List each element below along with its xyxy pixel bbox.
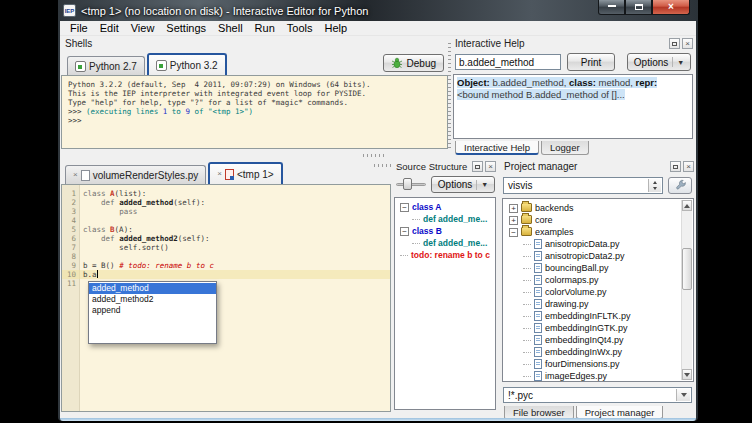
float-panel-icon[interactable]: [472, 161, 483, 172]
file-row[interactable]: embeddingInFLTK.py: [503, 310, 693, 322]
editor-splitter-handle[interactable]: [374, 164, 392, 167]
spinner-icon[interactable]: [648, 179, 661, 192]
source-structure-tree[interactable]: −class Adef added_me...−class Bdef added…: [394, 197, 496, 410]
help-options-label: Options: [634, 57, 668, 68]
tab-close-icon[interactable]: ×: [217, 170, 222, 178]
code-line[interactable]: 3 pass: [62, 207, 390, 216]
minimize-button[interactable]: [598, 0, 625, 15]
structure-item[interactable]: def added_me...: [395, 237, 495, 249]
editor-tab-volumerenderstyles-py[interactable]: ×volumeRenderStyles.py: [65, 165, 206, 184]
python-console-icon: [75, 61, 86, 72]
chevron-down-icon[interactable]: [676, 389, 690, 401]
code-line[interactable]: 2 def added_method(self):: [62, 198, 390, 207]
float-panel-icon[interactable]: [669, 38, 680, 49]
file-row[interactable]: anisotropicData.py: [503, 238, 693, 250]
shell-tab-python-2-7[interactable]: Python 2.7: [67, 56, 145, 75]
code-line[interactable]: 6 def added_method2(self):: [62, 234, 390, 243]
file-row[interactable]: anisotropicData2.py: [503, 250, 693, 262]
structure-item[interactable]: −class A: [395, 201, 495, 213]
close-button[interactable]: ×: [652, 0, 690, 15]
autocomplete-item[interactable]: added_method2: [89, 294, 216, 305]
code-line[interactable]: 7 self.sort(): [62, 243, 390, 252]
close-panel-icon[interactable]: ×: [682, 38, 693, 49]
project-file-tree[interactable]: +backends+core−examplesanisotropicData.p…: [502, 198, 694, 382]
file-label: fourDimensions.py: [545, 359, 620, 369]
slider-handle[interactable]: [403, 178, 412, 190]
file-row[interactable]: embeddingInWx.py: [503, 346, 693, 358]
menu-item-shell[interactable]: Shell: [212, 22, 248, 34]
python-file-icon: [534, 335, 542, 345]
folder-row[interactable]: +core: [503, 214, 693, 226]
autocomplete-item[interactable]: added_method: [89, 283, 216, 294]
tab-close-icon[interactable]: ×: [73, 171, 78, 179]
close-panel-icon[interactable]: ×: [683, 161, 694, 172]
menu-item-settings[interactable]: Settings: [160, 22, 212, 34]
shell-output[interactable]: Python 3.2.2 (default, Sep 4 2011, 09:07…: [61, 75, 448, 149]
file-row[interactable]: colormaps.py: [503, 274, 693, 286]
print-button[interactable]: Print: [567, 53, 615, 71]
folder-row[interactable]: +backends: [503, 202, 693, 214]
maximize-button[interactable]: [625, 0, 652, 15]
menu-item-edit[interactable]: Edit: [94, 22, 125, 34]
menu-item-file[interactable]: File: [64, 22, 94, 34]
file-row[interactable]: embeddingInGTK.py: [503, 322, 693, 334]
code-text: pass: [80, 207, 137, 216]
code-line[interactable]: 10b.a: [62, 270, 390, 279]
tree-collapse-icon[interactable]: −: [400, 227, 409, 236]
horizontal-splitter-handle[interactable]: [363, 154, 387, 157]
shell-tab-python-3-2[interactable]: Python 3.2: [147, 53, 227, 75]
tree-expand-icon[interactable]: +: [509, 204, 518, 213]
close-panel-icon[interactable]: ×: [485, 161, 496, 172]
scroll-up-icon[interactable]: [682, 200, 692, 211]
menu-bar: FileEditViewSettingsShellRunToolsHelp: [60, 21, 696, 36]
menu-item-view[interactable]: View: [125, 22, 161, 34]
scroll-down-icon[interactable]: [682, 369, 692, 380]
chevron-down-icon: ▼: [476, 180, 488, 190]
tree-connector: [523, 304, 531, 305]
text-segment: b = B(): [83, 261, 119, 270]
file-row[interactable]: bouncingBall.py: [503, 262, 693, 274]
autocomplete-item[interactable]: append: [89, 305, 216, 316]
scrollbar-thumb[interactable]: [682, 248, 692, 290]
file-row[interactable]: embeddingInQt4.py: [503, 334, 693, 346]
code-line[interactable]: 1class A(list):: [62, 189, 390, 198]
file-row[interactable]: imageEdges.py: [503, 370, 693, 382]
float-panel-icon[interactable]: [670, 161, 681, 172]
tab-interactive-help[interactable]: Interactive Help: [455, 141, 539, 155]
tab-logger[interactable]: Logger: [541, 141, 589, 155]
menu-item-tools[interactable]: Tools: [281, 22, 319, 34]
menu-item-run[interactable]: Run: [249, 22, 281, 34]
structure-item[interactable]: todo: rename b to c: [395, 249, 495, 261]
file-label: bouncingBall.py: [545, 263, 609, 273]
file-filter-combo[interactable]: !*.pyc: [503, 387, 692, 403]
folder-row[interactable]: −examples: [503, 226, 693, 238]
code-line[interactable]: 4: [62, 216, 390, 225]
file-row[interactable]: drawing.py: [503, 298, 693, 310]
code-line[interactable]: 9b = B() # todo: rename b to c: [62, 261, 390, 270]
help-options-button[interactable]: Options ▼: [627, 53, 691, 71]
help-content-box[interactable]: Object: b.added_method, class: method, r…: [453, 74, 693, 139]
code-line[interactable]: 8: [62, 252, 390, 261]
text-segment: (executing lines: [86, 107, 163, 116]
folder-icon: [521, 203, 532, 212]
menu-item-help[interactable]: Help: [318, 22, 353, 34]
debug-button[interactable]: Debug: [383, 54, 444, 72]
tree-scrollbar[interactable]: [681, 200, 692, 380]
code-line[interactable]: 5class B(A):: [62, 225, 390, 234]
file-row[interactable]: fourDimensions.py: [503, 358, 693, 370]
file-row[interactable]: colorVolume.py: [503, 286, 693, 298]
tree-collapse-icon[interactable]: −: [400, 203, 409, 212]
tree-collapse-icon[interactable]: −: [509, 228, 518, 237]
shell-tab-label: Python 2.7: [89, 61, 137, 72]
tree-expand-icon[interactable]: +: [509, 216, 518, 225]
python-file-icon: [534, 287, 542, 297]
project-selector-combo[interactable]: visvis: [503, 177, 663, 194]
structure-item[interactable]: −class B: [395, 225, 495, 237]
structure-item[interactable]: def added_me...: [395, 213, 495, 225]
help-query-input[interactable]: [455, 54, 561, 70]
text-segment: Object:: [457, 77, 492, 88]
editor-tab--tmp-1-[interactable]: ×<tmp 1>: [208, 162, 282, 184]
structure-depth-slider[interactable]: [396, 177, 426, 191]
project-config-button[interactable]: [668, 177, 692, 194]
structure-options-button[interactable]: Options ▼: [431, 176, 495, 193]
